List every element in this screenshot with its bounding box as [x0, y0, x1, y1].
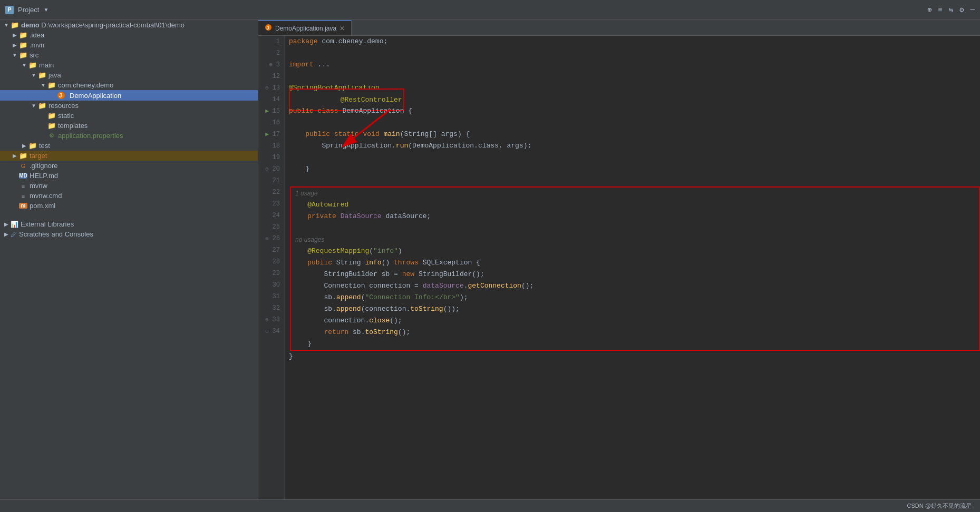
line-15: ▶15	[263, 105, 280, 117]
tree-item-static[interactable]: 📁 static	[0, 111, 258, 121]
svg-text:J: J	[267, 25, 269, 31]
tree-item-external-libraries[interactable]: ▶ 📊 External Libraries	[0, 219, 258, 229]
tree-item-demo[interactable]: ▼ 📁 demo D:\workspace\spring-practical-c…	[0, 20, 258, 30]
folder-icon-resources: 📁	[38, 103, 46, 109]
tree-item-demoapplication[interactable]: J DemoApplication	[0, 90, 258, 101]
line-18: 18	[263, 140, 280, 152]
tree-item-pomxml[interactable]: m pom.xml	[0, 201, 258, 211]
svg-text:J: J	[59, 93, 62, 99]
scratches-icon: 🖊	[11, 231, 17, 238]
arrow-java[interactable]: ▼	[30, 72, 38, 78]
appprops-label: application.properties	[58, 132, 123, 140]
code-line-16	[289, 117, 980, 129]
arrow-idea[interactable]: ▶	[11, 32, 19, 38]
project-sidebar: ▼ 📁 demo D:\workspace\spring-practical-c…	[0, 20, 258, 499]
tree-item-mvnwcmd[interactable]: ≡ mvnw.cmd	[0, 191, 258, 201]
editor-area: J DemoApplication.java ✕ 1	[258, 20, 980, 499]
src-label: src	[30, 51, 38, 59]
tree-item-main[interactable]: ▼ 📁 main	[0, 60, 258, 70]
demoapplication-label: DemoApplication	[70, 92, 121, 100]
tree-item-scratches[interactable]: ▶ 🖊 Scratches and Consoles	[0, 229, 258, 239]
arrow-mvn[interactable]: ▶	[11, 42, 19, 48]
project-icon: P	[5, 6, 14, 14]
arrow-src[interactable]: ▼	[11, 52, 19, 58]
code-line-33: }	[291, 338, 979, 350]
code-line-15: public class DemoApplication {	[289, 105, 980, 117]
arrow-comcheney[interactable]: ▼	[39, 82, 47, 88]
code-line-29: sb.append("Connection Info:</br>");	[291, 292, 979, 303]
arrow-test[interactable]: ▶	[20, 143, 28, 149]
tree-item-helpmd[interactable]: MD HELP.md	[0, 171, 258, 181]
arrow-main[interactable]: ▼	[20, 62, 28, 68]
code-line-28: Connection connection = dataSource.getCo…	[291, 280, 979, 292]
dropdown-arrow-icon[interactable]: ▼	[43, 7, 48, 13]
line-13: ⊖13	[263, 82, 280, 94]
expand-icon[interactable]: ⇆	[949, 5, 953, 14]
tree-item-resources[interactable]: ▼ 📁 resources	[0, 101, 258, 111]
mvn-label: .mvn	[30, 41, 44, 49]
usage-hint-22: 1 usage	[291, 188, 979, 199]
code-line-3: import ...	[289, 59, 980, 71]
line-30: 30	[263, 279, 280, 291]
templates-label: templates	[58, 122, 88, 130]
code-line-32: return sb.toString();	[291, 327, 979, 338]
demo-label: demo D:\workspace\spring-practical-comba…	[21, 21, 185, 29]
code-line-12	[289, 71, 980, 82]
pomxml-label: pom.xml	[30, 202, 55, 210]
code-line-27: StringBuilder sb = new StringBuilder();	[291, 269, 979, 280]
code-line-26: public String info() throws SQLException…	[291, 257, 979, 269]
code-line-2	[289, 47, 980, 59]
folder-icon-idea: 📁	[19, 32, 27, 38]
tab-label: DemoApplication.java	[275, 25, 336, 32]
bottom-bar: CSDN @好久不见的流星	[0, 499, 980, 512]
folder-icon-comcheney: 📁	[47, 82, 56, 88]
target-label: target	[30, 152, 47, 160]
tree-item-test[interactable]: ▶ 📁 test	[0, 141, 258, 151]
main-layout: ▼ 📁 demo D:\workspace\spring-practical-c…	[0, 20, 980, 499]
arrow-target[interactable]: ▶	[11, 153, 19, 159]
tab-java-icon: J	[265, 24, 272, 33]
line-32: 32	[263, 302, 280, 314]
tree-item-mvnw[interactable]: ≡ mvnw	[0, 181, 258, 191]
tree-item-templates[interactable]: 📁 templates	[0, 121, 258, 131]
arrow-demo[interactable]: ▼	[2, 22, 11, 28]
list-icon[interactable]: ≡	[938, 5, 942, 14]
tree-item-java[interactable]: ▼ 📁 java	[0, 70, 258, 80]
code-line-34: }	[289, 351, 980, 362]
project-label-area: P Project ▼	[5, 6, 48, 14]
folder-icon-static: 📁	[47, 113, 56, 119]
git-file-icon: G	[19, 163, 27, 169]
scratches-label: Scratches and Consoles	[19, 230, 93, 238]
credit-text: CSDN @好久不见的流星	[907, 502, 972, 510]
tree-item-target[interactable]: ▶ 📁 target	[0, 151, 258, 161]
arrow-resources[interactable]: ▼	[30, 103, 38, 109]
tree-item-idea[interactable]: ▶ 📁 .idea	[0, 30, 258, 40]
tree-item-src[interactable]: ▼ 📁 src	[0, 50, 258, 60]
line-29: 29	[263, 268, 280, 279]
settings-icon[interactable]: ⚙	[959, 5, 964, 14]
code-line-22: @Autowired	[291, 199, 979, 211]
folder-icon-main: 📁	[28, 62, 37, 68]
xml-file-icon: m	[19, 203, 27, 209]
line-2: 2	[263, 47, 280, 59]
tree-item-gitignore[interactable]: G .gitignore	[0, 161, 258, 171]
code-line-25: @RequestMapping("info")	[291, 245, 979, 257]
folder-icon-mvn: 📁	[19, 42, 27, 48]
line-25: 25	[263, 221, 280, 233]
tab-demoapplication[interactable]: J DemoApplication.java ✕	[258, 20, 352, 35]
tree-item-appprops[interactable]: ⚙ application.properties	[0, 131, 258, 141]
tree-item-mvn[interactable]: ▶ 📁 .mvn	[0, 40, 258, 50]
code-line-18: SpringApplication.run(DemoApplication.cl…	[289, 140, 980, 152]
mvnwcmd-label: mvnw.cmd	[30, 192, 62, 200]
tab-close-button[interactable]: ✕	[339, 25, 345, 32]
sync-icon[interactable]: ⊕	[927, 5, 932, 14]
line-28: 28	[263, 256, 280, 268]
comcheney-label: com.cheney.demo	[58, 81, 113, 89]
minimize-icon[interactable]: ─	[971, 5, 975, 14]
code-content[interactable]: package com.cheney.demo; import ... @Spr…	[285, 36, 980, 499]
usage-hint-25: no usages	[291, 234, 979, 245]
arrow-external[interactable]: ▶	[2, 221, 11, 227]
code-line-20: }	[289, 163, 980, 175]
arrow-scratches[interactable]: ▶	[2, 231, 11, 237]
tree-item-comcheney[interactable]: ▼ 📁 com.cheney.demo	[0, 80, 258, 90]
